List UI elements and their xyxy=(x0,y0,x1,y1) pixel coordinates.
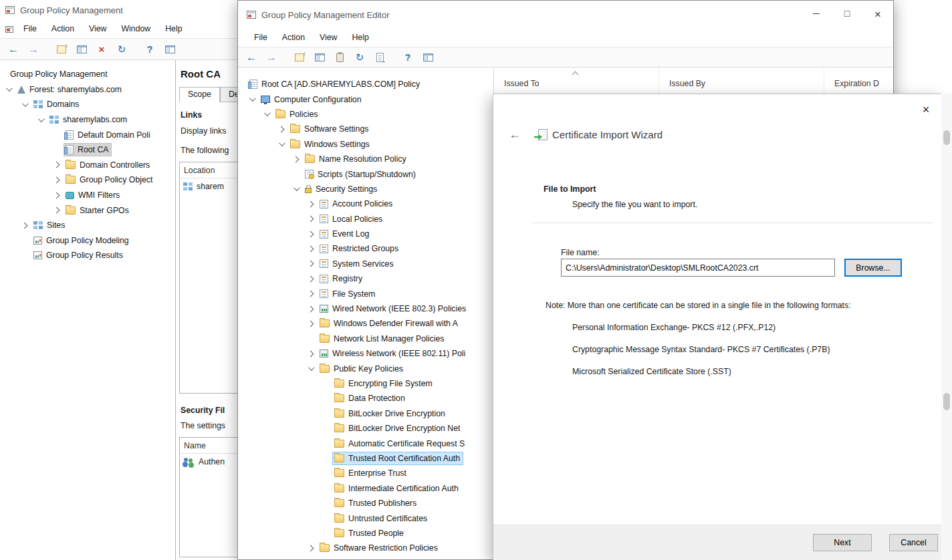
scope-tab[interactable]: Scope xyxy=(179,87,220,102)
tree-item[interactable]: System Services xyxy=(238,257,493,271)
minimize-button[interactable]: ─ xyxy=(801,8,832,19)
tree-item[interactable]: sharemylabs.com xyxy=(0,112,175,128)
tree-item-hit[interactable]: Software Restriction Policies xyxy=(318,541,441,555)
tree-item[interactable]: Default Domain Poli xyxy=(0,127,175,142)
maximize-button[interactable]: □ xyxy=(832,8,862,19)
tree-item-hit[interactable]: Public Key Policies xyxy=(318,362,406,376)
expand-chevron-icon[interactable] xyxy=(278,126,285,132)
refresh-icon[interactable]: ↻ xyxy=(352,50,368,65)
forward-icon[interactable]: → xyxy=(263,50,279,65)
tree-item-hit[interactable]: Local Policies xyxy=(318,213,386,226)
tree-item-hit[interactable]: Trusted Publishers xyxy=(332,497,420,510)
scrollbar-thumb[interactable] xyxy=(943,393,950,410)
scrollbar-thumb[interactable] xyxy=(943,130,950,145)
tree-item-hit[interactable]: Untrusted Certificates xyxy=(332,512,431,525)
tree-item[interactable]: Software Restriction Policies xyxy=(238,541,493,555)
tree-item[interactable]: Wireless Network (IEEE 802.11) Poli xyxy=(238,346,493,361)
expand-chevron-icon[interactable] xyxy=(279,140,285,146)
tree-item[interactable]: Domain Controllers xyxy=(0,158,175,173)
tree-item[interactable]: Forest: sharemylabs.com xyxy=(0,82,175,98)
tree-item-hit[interactable]: Network List Manager Policies xyxy=(318,332,447,345)
tree-item-hit[interactable]: sharemylabs.com xyxy=(47,113,130,126)
tree-item[interactable]: BitLocker Drive Encryption xyxy=(238,406,493,421)
menu-item[interactable]: Help xyxy=(158,20,189,38)
expand-chevron-icon[interactable] xyxy=(21,222,28,229)
menu-item[interactable]: Action xyxy=(275,29,312,47)
action-pane-toggle-icon[interactable] xyxy=(162,42,178,57)
tree-item-hit[interactable]: Restricted Groups xyxy=(318,242,402,255)
location-column-header[interactable]: Location xyxy=(180,162,237,178)
tree-item-hit[interactable]: Security Settings xyxy=(303,182,380,196)
tree-item[interactable]: Group Policy Modeling xyxy=(0,233,175,249)
tree-item-hit[interactable]: Wireless Network (IEEE 802.11) Poli xyxy=(318,347,469,360)
column-header[interactable]: Issued By xyxy=(659,68,824,94)
expand-chevron-icon[interactable] xyxy=(6,86,13,92)
tree-item-hit[interactable]: Software Settings xyxy=(288,122,372,136)
next-button[interactable]: Next xyxy=(813,534,872,551)
expand-chevron-icon[interactable] xyxy=(308,320,314,327)
back-icon[interactable]: ← xyxy=(243,50,259,65)
back-icon[interactable]: ← xyxy=(5,42,21,57)
tree-item-hit[interactable]: Computer Configuration xyxy=(259,93,365,106)
tree-item-hit[interactable]: Sites xyxy=(31,219,68,232)
tree-item-hit[interactable]: Trusted People xyxy=(332,527,407,540)
tree-item-hit[interactable]: Windows Settings xyxy=(288,138,373,151)
tree-item[interactable]: Scripts (Startup/Shutdown) xyxy=(238,166,493,181)
column-header[interactable]: Expiration D xyxy=(824,68,893,94)
tree-item[interactable]: Group Policy Object xyxy=(0,172,175,188)
tree-item-hit[interactable]: Event Log xyxy=(318,227,372,241)
menu-item[interactable]: File xyxy=(16,20,44,38)
menu-item[interactable]: Action xyxy=(44,20,82,38)
tree-item[interactable]: Untrusted Certificates xyxy=(238,511,493,525)
tree-item[interactable]: Root CA xyxy=(0,142,175,158)
tree-item[interactable]: Public Key Policies xyxy=(238,361,493,376)
expand-chevron-icon[interactable] xyxy=(308,200,314,207)
expand-chevron-icon[interactable] xyxy=(308,231,314,237)
name-column-header[interactable]: Name xyxy=(180,438,237,454)
tree-item-hit[interactable]: Intermediate Certification Auth xyxy=(332,482,462,495)
expand-chevron-icon[interactable] xyxy=(308,246,314,253)
tree-item[interactable]: Name Resolution Policy xyxy=(238,152,493,166)
tree-item[interactable]: Group Policy Results xyxy=(0,248,175,263)
tree-item[interactable]: Windows Defender Firewall with A xyxy=(238,316,493,331)
expand-chevron-icon[interactable] xyxy=(308,275,314,282)
tree-item[interactable]: Restricted Groups xyxy=(238,241,493,256)
tree-item-hit[interactable]: Scripts (Startup/Shutdown) xyxy=(303,168,419,181)
tree-item[interactable]: Trusted Publishers xyxy=(238,496,493,511)
tree-item-hit[interactable]: Default Domain Poli xyxy=(64,128,154,142)
file-name-input[interactable] xyxy=(561,259,835,277)
menu-item[interactable]: Window xyxy=(114,20,158,38)
up-one-level-icon[interactable] xyxy=(291,50,308,65)
tree-item[interactable]: Trusted Root Certification Auth xyxy=(238,451,493,466)
console-tree-toggle-icon[interactable] xyxy=(312,50,328,65)
tree-item[interactable]: Registry xyxy=(238,271,493,286)
tree-item[interactable]: Computer Configuration xyxy=(238,92,493,106)
tree-item-hit[interactable]: Root CA xyxy=(64,143,112,156)
tree-item-hit[interactable]: Windows Defender Firewall with A xyxy=(318,317,461,330)
tree-item-hit[interactable]: Account Policies xyxy=(318,197,396,211)
tree-item[interactable]: Policies xyxy=(238,107,493,122)
tree-item-hit[interactable]: Starter GPOs xyxy=(64,204,132,217)
tree-item-hit[interactable]: Group Policy Management xyxy=(4,67,111,81)
tree-item-hit[interactable]: Root CA [AD.SHAREMYLABS.COM] Policy xyxy=(247,78,423,91)
tree-item[interactable]: Account Policies xyxy=(238,196,493,211)
tree-item-hit[interactable]: Policies xyxy=(273,108,321,121)
tree-item[interactable]: Automatic Certificate Request S xyxy=(238,436,493,450)
expand-chevron-icon[interactable] xyxy=(308,364,315,371)
expand-chevron-icon[interactable] xyxy=(308,545,314,551)
expand-chevron-icon[interactable] xyxy=(293,185,300,192)
tree-item-hit[interactable]: Domain Controllers xyxy=(64,158,153,172)
expand-chevron-icon[interactable] xyxy=(22,100,29,107)
tree-item-hit[interactable]: Group Policy Results xyxy=(31,249,126,262)
tree-item[interactable]: WMI Filters xyxy=(0,188,175,203)
tree-item-hit[interactable]: WMI Filters xyxy=(64,188,123,202)
tree-item-hit[interactable]: Automatic Certificate Request S xyxy=(332,437,468,450)
tree-item-hit[interactable]: Domains xyxy=(31,98,83,111)
expand-chevron-icon[interactable] xyxy=(53,177,60,184)
tree-item-hit[interactable]: Group Policy Object xyxy=(64,173,156,186)
refresh-icon[interactable]: ↻ xyxy=(114,42,130,57)
tree-item[interactable]: Root CA [AD.SHAREMYLABS.COM] Policy xyxy=(238,77,493,92)
expand-chevron-icon[interactable] xyxy=(308,291,314,297)
tree-item-hit[interactable]: Wired Network (IEEE 802.3) Policies xyxy=(318,302,469,315)
tree-item[interactable]: Domains xyxy=(0,97,175,112)
